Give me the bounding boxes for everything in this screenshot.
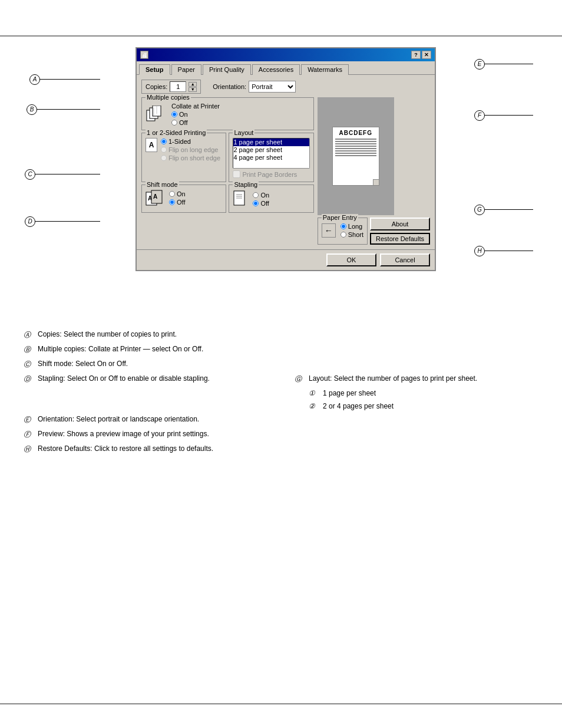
dialog-tabs: Setup Paper Print Quality Accessories Wa…: [137, 61, 435, 74]
print-borders-label: Print Page Borders: [242, 171, 297, 178]
collate-off-label: Off: [179, 119, 187, 126]
paper-entry-label: Paper Entry: [322, 214, 358, 221]
paper-entry-group: Paper Entry ← Long: [318, 218, 368, 245]
desc-two-col-DG: Ⓓ Stapling: Select On or Off to enable o…: [24, 374, 542, 415]
stapling-off-radio[interactable]: [253, 200, 259, 206]
shift-stapling-row: Shift mode A A: [141, 185, 314, 213]
dialog-titlebar: 🖨 ? ✕: [137, 48, 435, 61]
desc-text-F: Preview: Shows a preview image of your p…: [38, 430, 542, 438]
collate-options: Collate at Printer On Off: [171, 103, 220, 126]
shift-radio-group: On Off: [169, 190, 186, 206]
sided-short-radio: [161, 155, 167, 161]
spin-up[interactable]: ▲: [189, 82, 197, 87]
cancel-button[interactable]: Cancel: [380, 253, 430, 266]
bottom-rule: [0, 703, 562, 704]
sided-long-radio: [161, 147, 167, 153]
about-button[interactable]: About: [370, 218, 430, 230]
stapling-off-label: Off: [260, 200, 269, 207]
paper-long-radio[interactable]: [340, 223, 346, 229]
preview-line-8: [335, 155, 376, 156]
desc-letter-G: Ⓖ: [295, 374, 306, 384]
shift-off-label: Off: [177, 199, 185, 206]
collate-off-row: Off: [171, 119, 220, 126]
spin-down[interactable]: ▼: [189, 87, 197, 92]
paper-icon: ←: [322, 223, 336, 238]
tab-accessories[interactable]: Accessories: [252, 64, 300, 75]
desc-row-H: Ⓗ Restore Defaults: Click to restore all…: [24, 444, 542, 454]
desc-g1-row: ① 1 page per sheet: [309, 389, 542, 397]
dialog-window: 🖨 ? ✕ Setup Paper Print Quality Accessor…: [135, 47, 436, 271]
desc-col-D: Ⓓ Stapling: Select On or Off to enable o…: [24, 374, 271, 415]
desc-g-details: ① 1 page per sheet ② 2 or 4 pages per sh…: [309, 389, 542, 410]
layout-list[interactable]: 1 page per sheet 2 page per sheet 4 page…: [233, 138, 309, 169]
restore-defaults-button[interactable]: Restore Defaults: [370, 233, 430, 245]
multiple-copies-group: Multiple copies: [141, 97, 314, 130]
paper-entry-radio-group: Long Short: [340, 223, 363, 238]
desc-text-G: Layout: Select the number of pages to pr…: [309, 374, 542, 383]
desc-g2-num: ②: [309, 402, 320, 410]
desc-text-A: Copies: Select the number of copies to p…: [38, 330, 542, 338]
stapling-label: Stapling: [233, 181, 259, 188]
desc-row-C: Ⓒ Shift mode: Select On or Off.: [24, 360, 542, 370]
collate-radio-group: On Off: [171, 111, 220, 126]
multiple-copies-label: Multiple copies: [146, 94, 191, 101]
shift-off-radio[interactable]: [169, 199, 175, 205]
multiple-copies-inner: Collate at Printer On Off: [146, 103, 310, 126]
desc-row-A: Ⓐ Copies: Select the number of copies to…: [24, 330, 542, 340]
tab-watermarks[interactable]: Watermarks: [301, 64, 349, 75]
stapling-off-row: Off: [253, 200, 269, 207]
shift-on-radio[interactable]: [169, 191, 175, 197]
sided-1-radio[interactable]: [161, 139, 167, 144]
copies-input[interactable]: [170, 81, 186, 92]
copies-group: Copies: ▲ ▼: [141, 80, 201, 94]
annotation-H: H: [474, 246, 485, 256]
top-row: Copies: ▲ ▼ Orientation: Portrait Landsc…: [141, 80, 430, 94]
sided-layout-row: 1 or 2-Sided Printing A 1-Sided: [141, 133, 314, 182]
shift-on-label: On: [177, 190, 186, 197]
desc-row-F: Ⓕ Preview: Shows a preview image of your…: [24, 430, 542, 440]
tab-print-quality[interactable]: Print Quality: [203, 64, 251, 75]
left-panels: Multiple copies: [141, 97, 314, 245]
ok-button[interactable]: OK: [326, 253, 376, 266]
shift-mode-label: Shift mode: [146, 181, 179, 188]
sided-radio-group: 1-Sided Flip on long edge: [161, 138, 220, 162]
desc-row-D: Ⓓ Stapling: Select On or Off to enable o…: [24, 374, 271, 384]
collate-off-radio[interactable]: [171, 120, 177, 126]
sided-short-label: Flip on short edge: [168, 154, 220, 162]
paper-short-radio[interactable]: [340, 232, 346, 238]
preview-page: ABCDEFG: [332, 127, 379, 186]
orientation-select[interactable]: Portrait Landscape: [249, 81, 296, 93]
desc-row-B: Ⓑ Multiple copies: Collate at Printer — …: [24, 345, 542, 355]
sided-short-row: Flip on short edge: [161, 154, 220, 162]
sided-long-label: Flip on long edge: [168, 146, 218, 153]
desc-text-E: Orientation: Select portrait or landscap…: [38, 415, 542, 423]
help-button[interactable]: ?: [411, 51, 421, 59]
desc-letter-E: Ⓔ: [24, 415, 35, 425]
desc-letter-F: Ⓕ: [24, 430, 35, 440]
close-button[interactable]: ✕: [422, 51, 431, 59]
sided-1-row: 1-Sided: [161, 138, 220, 145]
bottom-right: Paper Entry ← Long: [318, 218, 430, 245]
top-rule: [0, 35, 562, 37]
desc-text-H: Restore Defaults: Click to restore all s…: [38, 444, 542, 453]
collate-on-radio[interactable]: [171, 111, 177, 117]
stapling-icon: [233, 190, 248, 209]
titlebar-buttons: ? ✕: [411, 51, 431, 59]
annotation-B: B: [27, 104, 37, 115]
stapling-on-radio[interactable]: [253, 192, 259, 198]
dialog-body: Copies: ▲ ▼ Orientation: Portrait Landsc…: [137, 74, 435, 249]
svg-text:A: A: [153, 193, 157, 200]
tab-paper[interactable]: Paper: [171, 64, 201, 75]
desc-text-D: Stapling: Select On or Off to enable or …: [38, 374, 271, 383]
preview-area: ABCDEFG: [318, 97, 394, 215]
layout-2: 2 page per sheet: [233, 146, 309, 154]
orientation-group: Orientation: Portrait Landscape: [213, 81, 296, 93]
right-buttons: About Restore Defaults: [370, 218, 430, 245]
desc-g1-text: 1 page per sheet: [323, 389, 376, 397]
stapling-on-row: On: [253, 192, 269, 199]
collate-icon: [146, 106, 167, 123]
layout-group: Layout 1 page per sheet 2 page per sheet…: [229, 133, 313, 182]
stapling-on-label: On: [260, 192, 269, 199]
desc-col-G: Ⓖ Layout: Select the number of pages to …: [295, 374, 542, 415]
tab-setup[interactable]: Setup: [139, 64, 170, 75]
